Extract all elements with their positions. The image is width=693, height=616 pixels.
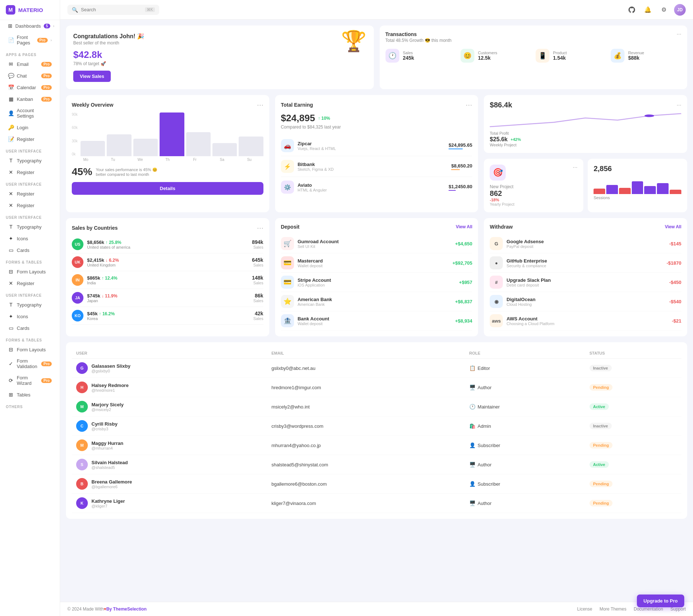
product-value: 1.54k xyxy=(553,55,567,61)
sidebar-item-form-layouts-2[interactable]: ⊟ Form Layouts xyxy=(2,344,58,355)
table-row: G Galasasen Slixby @gslixby0 gslixby0@ab… xyxy=(72,359,681,378)
app-name: MATERIO xyxy=(18,7,43,13)
profit-more-icon[interactable]: ⋯ xyxy=(677,102,681,108)
product-icon: 📱 xyxy=(536,49,549,63)
earning-item-zipcar: 🚗 Zipcar Vuejs, React & HTML $24,895.65 xyxy=(281,135,473,156)
footer-more-themes[interactable]: More Themes xyxy=(599,607,626,612)
sidebar-item-typography-2[interactable]: T Typography xyxy=(2,221,58,232)
sidebar-item-register-2[interactable]: ✕ Register xyxy=(2,167,58,178)
product-label: Product xyxy=(553,51,567,55)
customers-icon: 😊 xyxy=(461,49,474,63)
role-icon-6: 👤 xyxy=(469,481,475,487)
view-sales-button[interactable]: View Sales xyxy=(73,71,111,82)
section-apps-pages: APPS & PAGES xyxy=(0,48,60,58)
sidebar-item-form-validation[interactable]: ✓ Form Validation Pro xyxy=(2,356,58,372)
col-email: EMAIL xyxy=(267,348,465,359)
x-label-mo: Mo xyxy=(73,158,98,162)
sidebar-item-typography-1[interactable]: T Typography xyxy=(2,155,58,166)
heart-icon: ♥ xyxy=(104,607,106,612)
session-bar xyxy=(619,188,631,194)
section-ui-4: USER INTERFACE xyxy=(0,289,60,299)
country-row-ja: JA $745k ↓ 11.9% Japan 86k Sales xyxy=(72,289,263,307)
sidebar-item-icons-2[interactable]: ✦ Icons xyxy=(2,311,58,322)
project-more-icon[interactable]: ⋯ xyxy=(573,165,578,170)
sidebar-item-register-5[interactable]: ✕ Register xyxy=(2,278,58,289)
col-user: USER xyxy=(72,348,267,359)
sidebar-item-chat[interactable]: 💬 Chat Pro xyxy=(2,70,58,81)
role-icon-7: 🖥️ xyxy=(469,500,475,506)
footer-support[interactable]: Support xyxy=(670,607,686,612)
footer-license[interactable]: License xyxy=(577,607,592,612)
grid-icon: ⊞ xyxy=(8,23,12,29)
sidebar-item-register-4[interactable]: ✕ Register xyxy=(2,200,58,211)
y-label-0k: 0k xyxy=(72,152,78,156)
footer-documentation[interactable]: Documentation xyxy=(634,607,663,612)
aviato-icon: ⚙️ xyxy=(281,181,294,194)
user-avatar-7: K xyxy=(76,497,88,509)
avatar[interactable]: JD xyxy=(674,4,686,16)
type-icon-2: T xyxy=(8,224,14,230)
sidebar-item-calendar[interactable]: 📅 Calendar Pro xyxy=(2,82,58,93)
sidebar-item-dashboards[interactable]: ⊞ Dashboards 5 › xyxy=(2,20,58,31)
section-forms-2: FORMS & TABLES xyxy=(0,334,60,344)
sidebar-badge-email: Pro xyxy=(41,62,52,67)
sidebar-item-register-3[interactable]: ✕ Register xyxy=(2,188,58,199)
sidebar-item-cards-2[interactable]: ▭ Cards xyxy=(2,323,58,333)
sidebar-logo[interactable]: M MATERIO xyxy=(0,0,60,20)
footer-themeselection[interactable]: By ThemeSelection xyxy=(106,607,147,612)
earning-item-bitbank: ⚡ Bitbank Sketch, Figma & XD $8,650.20 xyxy=(281,156,473,177)
status-badge-5: Active xyxy=(590,461,609,468)
sidebar-item-typography-3[interactable]: T Typography xyxy=(2,299,58,310)
sidebar-item-kanban[interactable]: ▦ Kanban Pro xyxy=(2,94,58,104)
settings-icon[interactable]: ⚙ xyxy=(658,4,670,16)
sidebar-item-account-settings[interactable]: 👤 Account Settings xyxy=(2,105,58,121)
sidebar-item-form-layouts-1[interactable]: ⊟ Form Layouts xyxy=(2,266,58,277)
revenue-label: Revenue xyxy=(628,51,644,55)
sidebar-item-register[interactable]: 📝 Register xyxy=(2,134,58,145)
search-icon: 🔍 xyxy=(72,7,78,13)
sidebar-label-calendar: Calendar xyxy=(17,85,38,90)
sidebar-item-icons-1[interactable]: ✦ Icons xyxy=(2,233,58,244)
y-label-90k: 90k xyxy=(72,112,78,117)
deposit-icon-2: 💳 xyxy=(281,276,294,289)
deposit-view-all[interactable]: View All xyxy=(456,224,472,229)
session-bar xyxy=(670,190,681,194)
earning-list: 🚗 Zipcar Vuejs, React & HTML $24,895.65 xyxy=(281,135,473,197)
role-icon-3: 🛍️ xyxy=(469,423,475,429)
sidebar-item-cards-1[interactable]: ▭ Cards xyxy=(2,245,58,256)
notification-icon[interactable]: 🔔 xyxy=(642,4,654,16)
new-project-value: 862 xyxy=(490,189,578,198)
deposit-icon-1: 💳 xyxy=(281,256,294,269)
x-label-tu: Tu xyxy=(101,158,126,162)
flag-ja: JA xyxy=(72,292,83,304)
withdraw-title: Withdraw xyxy=(490,224,513,230)
user-table-body: G Galasasen Slixby @gslixby0 gslixby0@ab… xyxy=(72,359,681,513)
search-input[interactable] xyxy=(81,7,142,12)
section-others: OTHERS xyxy=(0,400,60,410)
sessions-card: 2,856 Sessions xyxy=(588,159,687,212)
upgrade-to-pro-button[interactable]: Upgrade to Pro xyxy=(637,595,684,607)
github-icon[interactable] xyxy=(626,4,638,16)
sessions-label: Sessions xyxy=(594,196,681,200)
x-label-su: Su xyxy=(237,158,262,162)
transactions-more-icon[interactable]: ⋯ xyxy=(677,31,681,37)
details-button[interactable]: Details xyxy=(72,182,263,195)
sidebar-badge-kanban: Pro xyxy=(41,97,52,102)
sidebar-item-login[interactable]: 🔑 Login xyxy=(2,122,58,133)
earning-more-icon[interactable]: ⋯ xyxy=(466,101,472,109)
sidebar-badge-form-wizard: Pro xyxy=(41,378,52,383)
status-badge-4: Pending xyxy=(590,442,612,449)
role-icon-1: 🖥️ xyxy=(469,384,475,390)
status-badge-2: Active xyxy=(590,403,609,410)
total-earning-card: Total Earning ⋯ $24,895 ↑ 10% Compared t… xyxy=(275,95,478,212)
sidebar-item-form-wizard[interactable]: ⟳ Form Wizard Pro xyxy=(2,372,58,388)
withdraw-view-all[interactable]: View All xyxy=(665,224,681,229)
countries-more-icon[interactable]: ⋯ xyxy=(257,224,263,232)
table-icon: ⊞ xyxy=(8,392,14,398)
sidebar-item-tables[interactable]: ⊞ Tables xyxy=(2,389,58,400)
col-role: ROLE xyxy=(465,348,585,359)
sidebar-item-front-pages[interactable]: 📄 Front Pages Pro › xyxy=(2,32,58,48)
sidebar-label-chat: Chat xyxy=(17,73,38,79)
sidebar-item-email[interactable]: ✉ Email Pro xyxy=(2,59,58,70)
weekly-more-icon[interactable]: ⋯ xyxy=(257,101,263,109)
